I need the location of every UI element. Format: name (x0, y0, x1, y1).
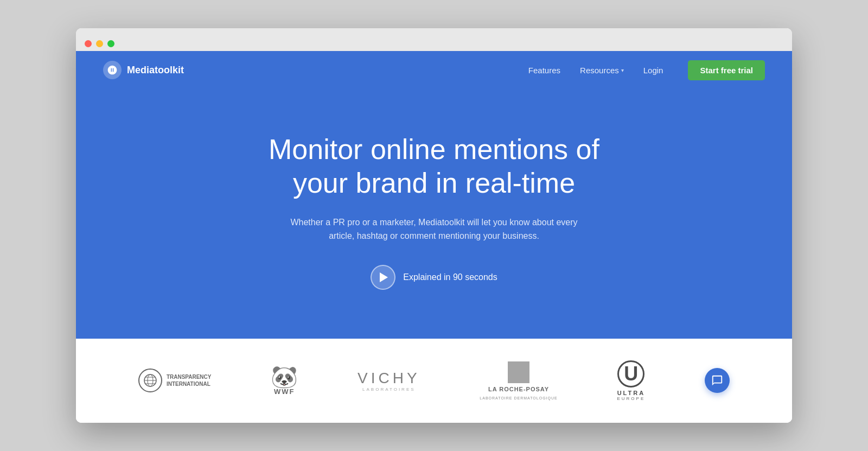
hero-title: Monitor online mentions of your brand in… (239, 132, 629, 200)
video-play-button[interactable]: Explained in 90 seconds (371, 265, 497, 290)
nav-login[interactable]: Login (643, 66, 663, 75)
lrp-box-icon (508, 361, 529, 383)
brand-name: Mediatoolkit (127, 65, 184, 76)
logo-wwf: 🐼 WWF (271, 366, 298, 396)
browser-chrome (76, 28, 792, 51)
chat-bubble-button[interactable] (705, 368, 730, 393)
nav-features[interactable]: Features (528, 66, 560, 75)
ultra-text: ULTRA (617, 390, 645, 396)
logo-transparency-international: TRANSPARENCYINTERNATIONAL (138, 369, 212, 392)
browser-window: Mediatoolkit Features Resources ▾ Login … (76, 28, 792, 423)
logo-la-roche-posay: LA ROCHE-POSAY LABORATOIRE DERMATOLOGIQU… (480, 361, 557, 399)
vichy-text: VICHY (358, 370, 420, 387)
ultra-sublabel: EUROPE (617, 396, 645, 401)
lrp-text: LA ROCHE-POSAY (488, 385, 549, 393)
ti-text: TRANSPARENCYINTERNATIONAL (167, 373, 212, 388)
brand-logo-link[interactable]: Mediatoolkit (103, 61, 184, 79)
browser-content: Mediatoolkit Features Resources ▾ Login … (76, 51, 792, 423)
hero-section: Monitor online mentions of your brand in… (76, 89, 792, 339)
ti-globe-icon (143, 373, 157, 388)
play-triangle-icon (380, 272, 388, 282)
chat-icon (711, 374, 723, 386)
logo-vichy: VICHY LABORATOIRES (358, 370, 420, 392)
brand-logo (103, 61, 122, 79)
ultra-u-icon: U (617, 360, 644, 388)
logo-ultra-europe: U ULTRA EUROPE (617, 360, 645, 401)
vichy-sublabel: LABORATOIRES (358, 387, 420, 392)
ti-circle-icon (138, 369, 162, 392)
navbar: Mediatoolkit Features Resources ▾ Login … (76, 51, 792, 89)
minimize-button[interactable] (96, 40, 103, 47)
nav-links: Features Resources ▾ Login Start free tr… (528, 60, 765, 80)
wwf-text: WWF (274, 388, 295, 396)
lrp-sublabel: LABORATOIRE DERMATOLOGIQUE (480, 396, 557, 400)
brand-icon (107, 65, 118, 75)
chevron-down-icon: ▾ (621, 67, 624, 73)
close-button[interactable] (85, 40, 92, 47)
wwf-panda-icon: 🐼 (271, 366, 298, 388)
play-circle-icon (371, 265, 395, 290)
logos-section: TRANSPARENCYINTERNATIONAL 🐼 WWF VICHY LA… (76, 339, 792, 423)
start-free-trial-button[interactable]: Start free trial (688, 60, 765, 80)
video-label: Explained in 90 seconds (403, 272, 497, 282)
hero-subtitle: Whether a PR pro or a marketer, Mediatoo… (288, 215, 580, 243)
nav-resources[interactable]: Resources ▾ (580, 66, 624, 75)
maximize-button[interactable] (107, 40, 114, 47)
